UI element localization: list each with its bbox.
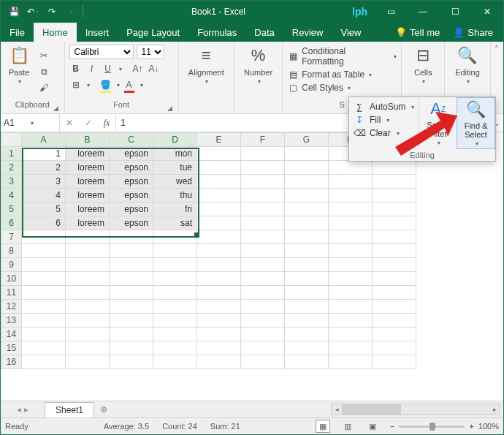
cell[interactable] xyxy=(329,341,373,355)
cell[interactable] xyxy=(241,203,285,216)
cells-button[interactable]: ⊟ Cells ▾ xyxy=(409,45,437,99)
cell[interactable] xyxy=(285,147,329,161)
cancel-formula[interactable]: ✕ xyxy=(60,114,79,132)
cell[interactable] xyxy=(241,244,285,258)
cell[interactable] xyxy=(285,230,329,244)
sort-filter-button[interactable]: AZ Sort &Filter▾ xyxy=(419,97,457,149)
row-header[interactable]: 9 xyxy=(1,258,22,272)
cell[interactable] xyxy=(329,216,373,230)
cell[interactable] xyxy=(373,314,416,328)
cell[interactable] xyxy=(241,272,285,286)
cell[interactable] xyxy=(110,328,153,341)
new-sheet-button[interactable]: ⊕ xyxy=(94,401,113,417)
clipboard-launcher[interactable]: ◢ xyxy=(53,105,58,112)
cell[interactable] xyxy=(197,203,241,216)
cell[interactable] xyxy=(66,258,110,272)
cell[interactable] xyxy=(241,355,285,369)
cell[interactable] xyxy=(197,216,241,230)
cell[interactable] xyxy=(329,314,373,328)
worksheet-grid[interactable]: ABCDEFGHI11loreemepsonmon22loreemepsontu… xyxy=(1,132,503,401)
cell[interactable] xyxy=(285,272,329,286)
cell[interactable] xyxy=(241,341,285,355)
column-header[interactable]: E xyxy=(197,133,241,147)
cell[interactable] xyxy=(285,216,329,230)
zoom-out[interactable]: − xyxy=(390,422,394,431)
cell[interactable] xyxy=(197,147,241,161)
tab-page-layout[interactable]: Page Layout xyxy=(118,23,188,42)
cell[interactable] xyxy=(110,272,153,286)
cell[interactable] xyxy=(329,286,373,300)
cell[interactable] xyxy=(153,286,197,300)
tab-file[interactable]: File xyxy=(1,23,34,42)
cell[interactable]: loreem xyxy=(66,189,110,203)
cell[interactable] xyxy=(197,244,241,258)
fill-color-button[interactable]: 🪣 xyxy=(99,78,112,91)
cell[interactable] xyxy=(66,328,110,341)
column-header[interactable]: B xyxy=(66,133,110,147)
zoom-slider[interactable] xyxy=(399,425,465,428)
clear-button[interactable]: ⌫Clear ▾ xyxy=(354,126,414,140)
row-header[interactable]: 7 xyxy=(1,230,22,244)
paste-button[interactable]: 📋 Paste ▾ xyxy=(5,45,33,99)
row-header[interactable]: 13 xyxy=(1,314,22,328)
cell[interactable] xyxy=(22,244,66,258)
cell[interactable] xyxy=(197,328,241,341)
cell[interactable] xyxy=(153,300,197,314)
font-color-button[interactable]: A xyxy=(123,78,136,91)
column-header[interactable]: F xyxy=(241,133,285,147)
cell[interactable] xyxy=(285,244,329,258)
cell[interactable] xyxy=(373,286,416,300)
cell[interactable] xyxy=(373,203,416,216)
cell[interactable] xyxy=(329,258,373,272)
cell[interactable]: loreem xyxy=(66,147,110,161)
cell[interactable] xyxy=(285,189,329,203)
cell[interactable]: 3 xyxy=(22,175,66,189)
cell[interactable] xyxy=(285,341,329,355)
font-name[interactable]: Calibri xyxy=(69,45,134,59)
cell[interactable]: mon xyxy=(153,147,197,161)
cell[interactable] xyxy=(329,328,373,341)
cell[interactable] xyxy=(329,189,373,203)
cell[interactable] xyxy=(373,216,416,230)
cell[interactable] xyxy=(241,258,285,272)
cell[interactable] xyxy=(241,161,285,175)
cell[interactable]: wed xyxy=(153,175,197,189)
cell[interactable] xyxy=(153,328,197,341)
cell[interactable]: epson xyxy=(110,216,153,230)
enter-formula[interactable]: ✓ xyxy=(79,114,98,132)
row-header[interactable]: 6 xyxy=(1,216,22,230)
cell[interactable] xyxy=(66,341,110,355)
cell[interactable]: tue xyxy=(153,161,197,175)
ribbon-display-options[interactable]: ▭ xyxy=(375,1,407,23)
undo-button[interactable]: ↶▾ xyxy=(24,3,42,20)
cell[interactable] xyxy=(197,161,241,175)
cell-styles-button[interactable]: ▢Cell Styles ▾ xyxy=(287,81,397,94)
cell[interactable] xyxy=(22,300,66,314)
format-as-table-button[interactable]: ▤Format as Table ▾ xyxy=(287,68,397,81)
cell[interactable] xyxy=(110,341,153,355)
row-header[interactable]: 5 xyxy=(1,203,22,216)
cell[interactable] xyxy=(329,244,373,258)
cell[interactable] xyxy=(22,328,66,341)
cell[interactable]: epson xyxy=(110,203,153,216)
tab-scroll[interactable]: ◂ ▸ xyxy=(1,401,45,417)
cell[interactable]: loreem xyxy=(66,216,110,230)
grow-font-button[interactable]: A↑ xyxy=(131,62,145,75)
cell[interactable] xyxy=(329,175,373,189)
cell[interactable] xyxy=(329,230,373,244)
column-header[interactable]: D xyxy=(153,133,197,147)
cell[interactable]: loreem xyxy=(66,175,110,189)
cell[interactable] xyxy=(373,272,416,286)
row-header[interactable]: 15 xyxy=(1,341,22,355)
column-header[interactable]: A xyxy=(22,133,66,147)
cell[interactable] xyxy=(153,314,197,328)
maximize-button[interactable]: ☐ xyxy=(439,1,471,23)
cell[interactable] xyxy=(285,258,329,272)
cell[interactable] xyxy=(285,161,329,175)
cell[interactable] xyxy=(373,355,416,369)
cell[interactable] xyxy=(110,258,153,272)
view-page-layout[interactable]: ▥ xyxy=(340,420,355,433)
shrink-font-button[interactable]: A↓ xyxy=(148,62,161,75)
cell[interactable] xyxy=(110,314,153,328)
cell[interactable]: loreem xyxy=(66,203,110,216)
